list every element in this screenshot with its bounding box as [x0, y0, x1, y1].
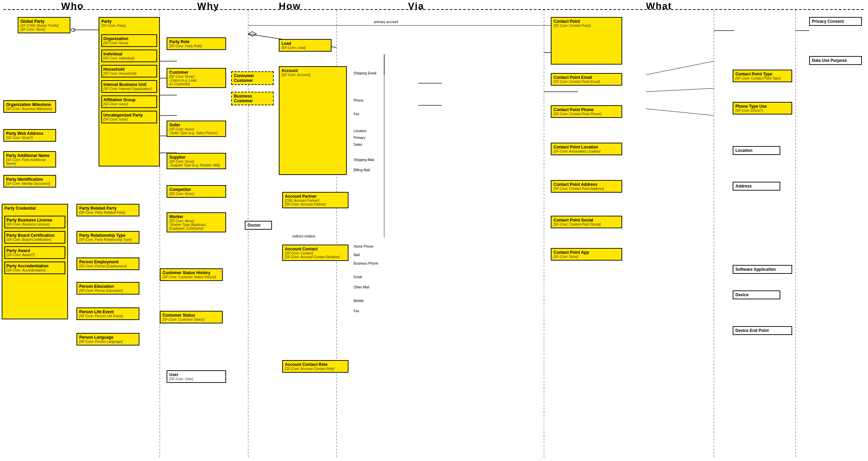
party-box: Party [SF-Core: Party] Organization [SF-…	[99, 17, 160, 166]
cp-app-box: Contact Point App [SF-Core: None]	[551, 248, 622, 261]
person-edu-box: Person Education [SF-Core: Person Educat…	[76, 282, 139, 295]
account-partner-box: Account Partner [CIM: Account Partner][S…	[282, 192, 348, 208]
consumer-customer-box: Consumer Customer	[231, 71, 274, 85]
party-role-subtitle: [SF-Core: Party Role]	[169, 44, 223, 48]
party-addl-name-box: Party Additional Name [SF-Core: Party Ad…	[3, 151, 56, 167]
doctor-box: Doctor	[245, 221, 272, 230]
global-party-subtitle: [SF-C360: Master Profile][SF-Core: None]	[20, 24, 68, 31]
individual-subtitle: [SF-Core: Individual]	[103, 56, 155, 60]
party-board-cert-box: Party Board Certification [SF-Core: Boar…	[4, 231, 65, 244]
org-title: Organization	[103, 36, 155, 41]
party-web-title: Party Web Address	[6, 131, 53, 136]
party-web-box: Party Web Address [SF-Core: None?]	[3, 129, 56, 142]
privacy-consent-box: Privacy Consent	[809, 17, 862, 26]
global-party-box: Global Party [SF-C360: Master Profile][S…	[18, 17, 70, 33]
seller-box: Seller [SF-Core: None]-Seller Type (e.g.…	[167, 121, 226, 137]
party-board-cert-subtitle: [SF-Core: Board Certification]	[6, 238, 63, 242]
diagram-container: primary account Who Why How Via What Glo…	[0, 0, 868, 461]
device-endpoint-title: Device End Point	[735, 328, 789, 333]
shipping-email-label: Shipping Email	[354, 71, 376, 75]
uncategorized-subtitle: [SF-Core: none]	[103, 118, 155, 121]
party-biz-license-title: Party Business License	[6, 218, 63, 223]
business-customer-title: Business Customer	[234, 94, 271, 103]
cust-status-title: Customer Status	[163, 313, 220, 318]
cp-email-box: Contact Point Email [SF-Core: Contact Po…	[551, 73, 622, 86]
party-accred-subtitle: [SF-Core: Accredentation]	[6, 268, 63, 272]
household-box: Household [SF-Core: Household]	[101, 65, 157, 77]
billing-mail-label: Billing Mail	[354, 168, 370, 172]
phone-label: Phone	[354, 99, 363, 102]
person-employ-title: Person Employment	[79, 260, 137, 264]
phone-type-use-subtitle: [SF-Core: Enum?]	[735, 109, 789, 112]
org-milestone-box: Organization Milestone [SF-Core: Busines…	[3, 100, 56, 113]
competitor-box: Competitor [SF-Core: None]	[167, 185, 226, 198]
account-box: Account [SF-Core: Account]	[279, 66, 347, 175]
person-life-title: Person Life Event	[79, 309, 137, 314]
contact-point-box: Contact Point [SF-Core: Contact Point]	[551, 17, 622, 65]
cp-location-box: Contact Point Location [SF-Core: Associa…	[551, 143, 622, 155]
cp-phone-box: Contact Point Phone [SF-Core: Contact Po…	[551, 105, 622, 118]
party-award-title: Party Award	[6, 248, 63, 253]
cp-type-box: Contact Point Type [SF-Core: Contact Poi…	[733, 70, 792, 82]
user-title: User	[169, 372, 223, 377]
device-box: Device	[733, 290, 780, 299]
how-header: How	[279, 1, 301, 12]
party-role-box: Party Role [SF-Core: Party Role]	[167, 37, 226, 50]
household-subtitle: [SF-Core: Household]	[103, 72, 155, 75]
party-related-box: Party Related Party [SF-Core: Party Rela…	[76, 204, 139, 216]
user-subtitle: [SF-Core: User]	[169, 377, 223, 381]
party-related-subtitle: [SF-Core: Party Related Party]	[79, 211, 137, 214]
data-use-purpose-title: Data Use Purpose	[812, 58, 859, 63]
uncategorized-title: Uncategorized Party	[103, 113, 155, 118]
lead-box: Lead [SF-Core: Lead]	[279, 39, 331, 52]
cp-phone-title: Contact Point Phone	[554, 107, 619, 112]
supplier-box: Supplier [SF-Core: None]-Supplier Type (…	[167, 153, 226, 169]
mail-label: Mail	[354, 253, 360, 257]
svg-text:primary account: primary account	[374, 20, 398, 24]
phone-type-use-box: Phone Type Use [SF-Core: Enum?]	[733, 102, 792, 114]
worker-subtitle: [SF-Core: None]-Worker Type [Applicant,E…	[169, 219, 223, 230]
svg-line-27	[646, 109, 714, 116]
cust-status-history-box: Customer Status History [SF-Core: Custom…	[160, 268, 223, 281]
software-app-title: Software Application	[735, 267, 789, 272]
location-box: Location	[733, 146, 780, 155]
person-life-box: Person Life Event [SF-Core: Person Life …	[76, 307, 139, 320]
account-partner-subtitle: [CIM: Account Partner][SF-Core: Account …	[285, 199, 346, 206]
primary-label: Primary	[354, 136, 365, 140]
email-label2: Email	[354, 275, 362, 279]
phone-type-use-title: Phone Type Use	[735, 104, 789, 109]
cp-type-title: Contact Point Type	[735, 72, 789, 76]
supplier-subtitle: [SF-Core: None]-Supplier Type (e.g. Reta…	[169, 160, 223, 167]
party-related-title: Party Related Party	[79, 206, 137, 211]
device-title: Device	[735, 292, 778, 297]
person-life-subtitle: [SF-Core: Person Life Event]	[79, 314, 137, 318]
party-biz-license-box: Party Business License [SF-Core: Busines…	[4, 216, 65, 228]
party-award-box: Party Award [SF-Core: Award?]	[4, 246, 65, 259]
ibu-title: Internal Business Unit	[103, 82, 155, 87]
contact-point-title: Contact Point	[554, 19, 619, 24]
cp-address-box: Contact Point Address [SF-Core: Contact …	[551, 180, 622, 193]
person-edu-subtitle: [SF-Core: Person Education]	[79, 289, 137, 292]
svg-line-26	[646, 88, 714, 92]
data-use-purpose-box: Data Use Purpose	[809, 56, 862, 65]
shipping-mail-label: Shipping Mail	[354, 158, 374, 162]
cust-status-history-title: Customer Status History	[163, 270, 220, 275]
cp-address-subtitle: [SF-Core: Contact Point Address]	[554, 187, 619, 191]
competitor-title: Competitor	[169, 187, 223, 192]
party-id-title: Party Identification	[6, 177, 53, 182]
contact-point-subtitle: [SF-Core: Contact Point]	[554, 24, 619, 28]
account-contact-role-subtitle: [SF-Core: Account Contact Role]	[285, 367, 346, 371]
doctor-title: Doctor	[248, 223, 269, 228]
person-lang-box: Person Language [SF-Core: Person Languag…	[76, 333, 139, 345]
cp-email-title: Contact Point Email	[554, 75, 619, 80]
indirect-relation-label: indirect relation	[292, 234, 316, 238]
party-rel-type-title: Party Relationship Type	[79, 233, 137, 238]
why-header: Why	[197, 1, 219, 12]
worker-box: Worker [SF-Core: None]-Worker Type [Appl…	[167, 212, 226, 232]
worker-title: Worker	[169, 214, 223, 219]
party-addl-name-title: Party Additional Name	[6, 153, 53, 158]
what-header: What	[646, 1, 672, 12]
customer-subtitle: [SF-Core: None]-Status (e.g. Lead,Ex Cus…	[169, 75, 223, 86]
cp-app-subtitle: [SF-Core: None]	[554, 255, 619, 259]
cp-location-title: Contact Point Location	[554, 145, 619, 149]
